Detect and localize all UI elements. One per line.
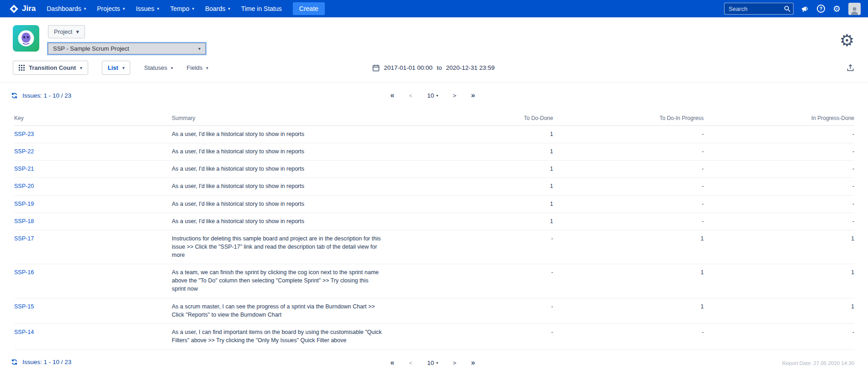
main-nav: Dashboards▾Projects▾Issues▾Tempo▾Boards▾… (41, 0, 287, 17)
issue-key-link[interactable]: SSP-21 (14, 166, 34, 172)
nav-item-time-in-status[interactable]: Time in Status (236, 0, 287, 17)
chevron-down-icon: ▾ (192, 6, 194, 11)
inprogress-done-value: - (704, 126, 854, 143)
todo-done-value: - (402, 324, 553, 349)
inprogress-done-value: 1 (704, 264, 854, 298)
issue-summary: As a user, I'd like a historical story t… (172, 143, 402, 161)
nav-item-projects[interactable]: Projects▾ (91, 0, 130, 17)
report-type-dropdown[interactable]: Transition Count ▾ (13, 61, 88, 75)
next-page-button[interactable]: > (453, 92, 456, 99)
prev-page-button[interactable]: < (409, 360, 413, 366)
issue-key-link[interactable]: SSP-23 (14, 131, 34, 137)
fields-dropdown[interactable]: Fields ▾ (187, 64, 208, 71)
report-toolbar: Transition Count ▾ List ▾ Statuses ▾ Fie… (0, 54, 868, 83)
statuses-label: Statuses (144, 64, 167, 71)
prev-page-button[interactable]: < (409, 92, 413, 99)
todo-inprogress-value: - (553, 161, 704, 178)
table-row: SSP-22As a user, I'd like a historical s… (0, 143, 868, 161)
issue-key-link[interactable]: SSP-17 (14, 235, 34, 242)
nav-item-label: Projects (97, 5, 120, 12)
todo-done-value: 1 (402, 126, 553, 143)
issue-key-link[interactable]: SSP-22 (14, 148, 34, 155)
nav-item-label: Tempo (170, 5, 189, 12)
column-header-summary[interactable]: Summary (172, 110, 402, 126)
page-size-select[interactable]: 10 ▾ (427, 360, 438, 366)
column-header-key[interactable]: Key (14, 110, 172, 126)
first-page-button[interactable]: « (390, 359, 394, 367)
first-page-button[interactable]: « (390, 91, 394, 99)
export-icon[interactable] (847, 64, 854, 72)
project-select[interactable]: SSP - Sample Scrum Project ▾ (48, 43, 206, 54)
column-header-todo-done[interactable]: To Do-Done (402, 110, 553, 126)
issues-table: Key Summary To Do-Done To Do-In Progress… (0, 110, 868, 349)
nav-item-dashboards[interactable]: Dashboards▾ (41, 0, 91, 17)
column-header-todo-inprogress[interactable]: To Do-In Progress (553, 110, 704, 126)
inprogress-done-value: - (704, 213, 854, 230)
refresh-icon[interactable] (11, 359, 18, 365)
project-type-dropdown[interactable]: Project ▾ (48, 25, 85, 38)
settings-gear-icon[interactable]: ⚙ (833, 5, 841, 13)
nav-item-label: Boards (205, 5, 225, 12)
search-input[interactable] (724, 3, 794, 15)
issue-key-link[interactable]: SSP-15 (14, 303, 34, 310)
table-row: SSP-16As a team, we can finish the sprin… (0, 264, 868, 298)
todo-done-value: - (402, 264, 553, 298)
help-icon[interactable]: ? (817, 5, 825, 13)
table-body: SSP-23As a user, I'd like a historical s… (0, 126, 868, 349)
todo-inprogress-value: - (553, 126, 704, 143)
user-silhouette-icon (850, 5, 859, 15)
issue-key-link[interactable]: SSP-16 (14, 269, 34, 276)
issue-summary: As a user, I'd like a historical story t… (172, 178, 402, 195)
inprogress-done-value: - (704, 143, 854, 161)
statuses-dropdown[interactable]: Statuses ▾ (144, 64, 173, 71)
issues-count-label: Issues: 1 - 10 / 23 (22, 92, 71, 99)
chevron-down-icon: ▾ (198, 46, 201, 51)
chevron-down-icon: ▾ (122, 66, 125, 70)
grid-icon (19, 65, 25, 71)
user-avatar[interactable] (848, 3, 861, 15)
announcements-icon[interactable] (801, 5, 809, 12)
issues-count-label: Issues: 1 - 10 / 23 (22, 359, 71, 365)
chevron-down-icon: ▾ (76, 28, 79, 35)
create-button[interactable]: Create (293, 2, 325, 15)
date-to-word: to (437, 64, 442, 71)
chevron-down-icon: ▾ (436, 94, 438, 98)
table-row: SSP-21As a user, I'd like a historical s… (0, 161, 868, 178)
nav-item-issues[interactable]: Issues▾ (130, 0, 164, 17)
todo-inprogress-value: - (553, 196, 704, 213)
page-size-select[interactable]: 10 ▾ (427, 92, 438, 99)
issue-key-link[interactable]: SSP-19 (14, 201, 34, 207)
nav-item-boards[interactable]: Boards▾ (200, 0, 236, 17)
last-page-button[interactable]: » (471, 91, 475, 99)
inprogress-done-value: - (704, 196, 854, 213)
last-page-button[interactable]: » (471, 359, 475, 367)
nav-item-tempo[interactable]: Tempo▾ (164, 0, 200, 17)
todo-done-value: 1 (402, 196, 553, 213)
todo-inprogress-value: - (553, 178, 704, 195)
view-mode-dropdown[interactable]: List ▾ (102, 61, 131, 75)
project-type-label: Project (54, 28, 72, 35)
date-range-picker[interactable]: 2017-01-01 00:00 to 2020-12-31 23:59 (372, 64, 494, 72)
issue-key-link[interactable]: SSP-20 (14, 183, 34, 189)
top-navigation-bar: Jira Dashboards▾Projects▾Issues▾Tempo▾Bo… (0, 0, 868, 17)
search-icon (784, 5, 790, 12)
next-page-button[interactable]: > (453, 360, 456, 366)
search-box (724, 3, 794, 15)
project-avatar[interactable] (13, 25, 39, 53)
issue-key-link[interactable]: SSP-14 (14, 329, 34, 335)
table-row: SSP-23As a user, I'd like a historical s… (0, 126, 868, 143)
issue-summary: As a user, I'd like a historical story t… (172, 196, 402, 213)
column-header-inprogress-done[interactable]: In Progress-Done (704, 110, 854, 126)
date-from: 2017-01-01 00:00 (384, 64, 433, 71)
table-row: SSP-20As a user, I'd like a historical s… (0, 178, 868, 195)
inprogress-done-value: 1 (704, 298, 854, 324)
issue-key-link[interactable]: SSP-18 (14, 218, 34, 224)
report-date: Report Date: 27.05.2020 14:30 (475, 359, 854, 368)
table-row: SSP-14As a user, I can find important it… (0, 324, 868, 349)
refresh-icon[interactable] (11, 92, 18, 99)
todo-inprogress-value: 1 (553, 264, 704, 298)
chevron-down-icon: ▾ (228, 6, 230, 11)
jira-logo-text: Jira (22, 4, 36, 13)
report-settings-gear-icon[interactable]: ⚙ (840, 32, 854, 49)
jira-logo[interactable]: Jira (7, 4, 41, 14)
